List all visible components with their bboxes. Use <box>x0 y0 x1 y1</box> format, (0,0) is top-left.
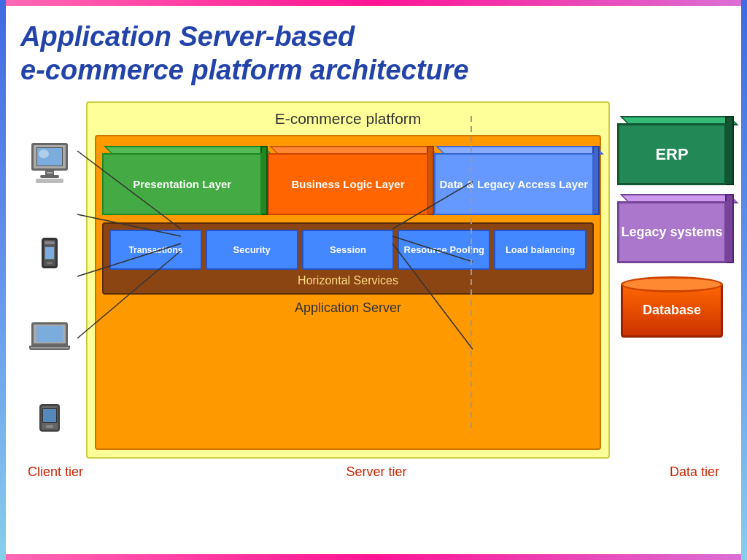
legacy-label: Legacy systems <box>621 225 722 240</box>
business-label: Business Logic Layer <box>291 178 404 190</box>
horizontal-services-label: Horizontal Services <box>109 274 587 287</box>
tier-labels: Client tier Server tier Data tier <box>20 464 727 480</box>
services-row: Transactions Security Session Resource P… <box>109 230 587 270</box>
pda-icon <box>39 404 60 432</box>
legacy-block: Legacy systems <box>617 201 727 263</box>
border-right <box>741 0 747 560</box>
page-title: Application Server-basede-commerce platf… <box>20 20 727 87</box>
service-security: Security <box>206 230 298 270</box>
presentation-layer: Presentation Layer <box>102 153 262 215</box>
laptop-icon <box>29 322 70 350</box>
business-layer: Business Logic Layer <box>268 153 427 215</box>
data-tier-label: Data tier <box>670 464 719 480</box>
border-left <box>0 0 6 560</box>
ecommerce-platform: E-commerce platform Presentation Layer <box>86 101 610 459</box>
border-top <box>0 0 747 6</box>
erp-label: ERP <box>655 145 688 164</box>
data-tier-column: ERP Legacy systems Database <box>617 101 727 459</box>
erp-block: ERP <box>617 123 727 185</box>
database-block: Database <box>617 272 727 338</box>
service-resource-pooling: Resource Pooling <box>398 230 490 270</box>
data-layer: Data & Legacy Access Layer <box>434 153 594 215</box>
desktop-icon <box>31 143 68 183</box>
app-server-box: Presentation Layer Business Logic Layer <box>95 135 601 450</box>
client-tier-label: Client tier <box>28 464 83 480</box>
service-load-balancing: Load balancing <box>494 230 587 270</box>
service-transactions: Transactions <box>109 230 202 270</box>
border-bottom <box>0 554 747 560</box>
main-content: Application Server-basede-commerce platf… <box>6 6 741 554</box>
data-layer-label: Data & Legacy Access Layer <box>439 178 588 190</box>
presentation-label: Presentation Layer <box>133 178 231 190</box>
mobile-icon <box>42 238 58 268</box>
layers-row: Presentation Layer Business Logic Layer <box>102 146 594 215</box>
database-label: Database <box>643 303 701 318</box>
app-server-label: Application Server <box>295 300 401 316</box>
platform-title: E-commerce platform <box>275 110 422 128</box>
horizontal-services-box: Transactions Security Session Resource P… <box>102 222 594 295</box>
service-session: Session <box>302 230 395 270</box>
client-icons-column <box>20 101 79 459</box>
server-tier-label: Server tier <box>346 464 406 480</box>
